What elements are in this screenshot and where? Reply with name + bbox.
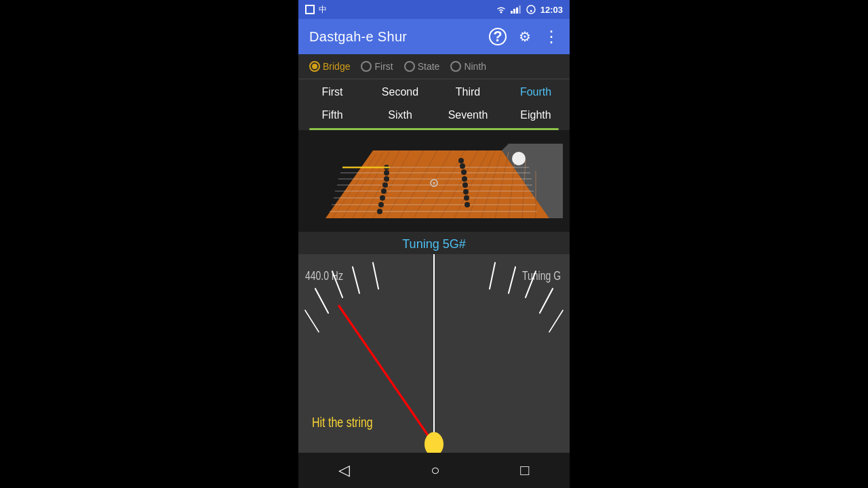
- svg-rect-4: [516, 7, 518, 14]
- string-eighth[interactable]: Eighth: [502, 106, 570, 124]
- string-fifth[interactable]: Fifth: [298, 106, 366, 124]
- svg-point-39: [381, 188, 387, 194]
- svg-text:●: ●: [530, 8, 532, 13]
- string-names-row2: Fifth Sixth Seventh Eighth: [298, 105, 570, 128]
- string-names-row1: First Second Third Fourth: [298, 79, 570, 105]
- tab-first-label: First: [374, 61, 393, 72]
- screen-icon: [305, 5, 315, 14]
- string-seventh[interactable]: Seventh: [434, 106, 502, 124]
- tab-bridge-label: Bridge: [323, 61, 350, 72]
- battery-icon: ●: [526, 4, 536, 15]
- back-button[interactable]: ◁: [325, 456, 363, 485]
- svg-text:Tuning G: Tuning G: [522, 269, 561, 283]
- svg-point-49: [464, 195, 469, 201]
- svg-point-43: [458, 158, 464, 163]
- top-bar-icons: ? ⚙ ⋮: [489, 27, 559, 46]
- chinese-char: 中: [319, 4, 327, 16]
- svg-rect-0: [306, 5, 314, 14]
- svg-point-42: [377, 209, 382, 214]
- status-bar: 中 ● 12:03: [298, 0, 570, 19]
- santur-svg: [298, 130, 570, 232]
- settings-button[interactable]: ⚙: [519, 28, 531, 45]
- svg-rect-2: [511, 11, 513, 14]
- top-bar: Dastgah-e Shur ? ⚙ ⋮: [298, 19, 570, 54]
- status-left: 中: [305, 4, 327, 16]
- tuning-label: Tuning 5G#: [298, 232, 570, 254]
- svg-text:440.0 Hz: 440.0 Hz: [305, 269, 343, 283]
- string-sixth[interactable]: Sixth: [366, 106, 434, 124]
- phone-container: 中 ● 12:03 Das: [298, 0, 570, 488]
- clock: 12:03: [540, 5, 563, 15]
- radio-state: [404, 61, 415, 72]
- svg-point-1: [500, 12, 502, 14]
- svg-point-47: [462, 182, 468, 188]
- svg-point-40: [380, 195, 385, 201]
- svg-point-41: [378, 202, 384, 207]
- tab-state-label: State: [418, 61, 440, 72]
- svg-point-48: [463, 189, 469, 195]
- help-button[interactable]: ?: [489, 28, 507, 45]
- home-button[interactable]: ○: [417, 456, 453, 485]
- tab-ninth[interactable]: Ninth: [445, 58, 492, 75]
- svg-point-46: [462, 176, 467, 182]
- more-button[interactable]: ⋮: [543, 27, 559, 46]
- svg-point-45: [461, 169, 467, 175]
- tabs-row: Bridge First State Ninth: [298, 54, 570, 79]
- tab-first[interactable]: First: [355, 58, 398, 75]
- radio-ninth: [450, 61, 461, 72]
- instrument-view: [298, 130, 570, 232]
- svg-point-38: [382, 182, 388, 188]
- svg-point-56: [512, 152, 526, 165]
- svg-rect-3: [513, 9, 515, 14]
- recent-button[interactable]: □: [507, 456, 542, 485]
- svg-point-50: [465, 202, 470, 207]
- tab-scroll: Bridge First State Ninth: [298, 58, 497, 75]
- svg-rect-5: [519, 5, 521, 14]
- nav-bar: ◁ ○ □: [298, 453, 570, 488]
- tuner-svg: 440.0 Hz Tuning G: [298, 254, 570, 453]
- tab-bridge[interactable]: Bridge: [304, 58, 355, 75]
- signal-icon: [511, 5, 521, 14]
- string-fourth[interactable]: Fourth: [502, 82, 570, 102]
- svg-point-37: [384, 176, 389, 182]
- content-area: Bridge First State Ninth First Second: [298, 54, 570, 453]
- tab-ninth-label: Ninth: [464, 61, 486, 72]
- app-title: Dastgah-e Shur: [309, 29, 489, 45]
- wifi-icon: [496, 5, 507, 14]
- string-second[interactable]: Second: [366, 82, 434, 102]
- tuner-area[interactable]: 440.0 Hz Tuning G: [298, 254, 570, 453]
- svg-text:Hit the string: Hit the string: [312, 414, 373, 430]
- radio-bridge: [309, 61, 320, 72]
- radio-first: [361, 61, 372, 72]
- string-first[interactable]: First: [298, 82, 366, 102]
- svg-point-44: [460, 163, 465, 169]
- string-third[interactable]: Third: [434, 82, 502, 102]
- svg-point-36: [384, 170, 389, 176]
- tab-state[interactable]: State: [399, 58, 446, 75]
- status-right: ● 12:03: [496, 4, 563, 15]
